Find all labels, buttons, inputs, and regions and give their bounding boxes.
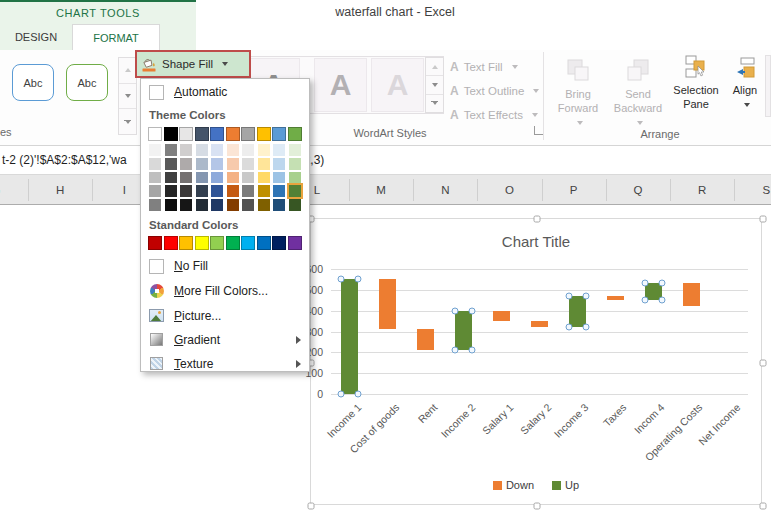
theme-color-swatch[interactable] bbox=[179, 127, 193, 141]
gallery-more-button[interactable] bbox=[119, 109, 136, 134]
column-header[interactable]: M bbox=[376, 175, 386, 205]
waterfall-bar[interactable] bbox=[607, 296, 624, 300]
selection-pane-button[interactable]: Selection Pane bbox=[668, 55, 724, 111]
theme-variant-swatch[interactable] bbox=[164, 143, 178, 157]
theme-variant-swatch[interactable] bbox=[257, 171, 271, 185]
series-selection-handle[interactable] bbox=[565, 324, 572, 331]
standard-color-swatch[interactable] bbox=[210, 236, 224, 250]
theme-variant-swatch[interactable] bbox=[164, 198, 178, 212]
theme-variant-swatch[interactable] bbox=[195, 143, 209, 157]
theme-variant-swatch[interactable] bbox=[210, 171, 224, 185]
theme-variant-swatch[interactable] bbox=[257, 157, 271, 171]
column-header[interactable]: P bbox=[570, 175, 578, 205]
text-effects-button[interactable]: A Text Effects bbox=[450, 106, 538, 124]
series-selection-handle[interactable] bbox=[338, 276, 345, 283]
series-selection-handle[interactable] bbox=[355, 391, 362, 398]
theme-color-swatch[interactable] bbox=[241, 127, 255, 141]
series-selection-handle[interactable] bbox=[469, 307, 476, 314]
theme-variant-swatch[interactable] bbox=[164, 184, 178, 198]
gallery-scroll-down-button[interactable] bbox=[426, 76, 443, 94]
standard-color-swatch[interactable] bbox=[164, 236, 178, 250]
waterfall-bar[interactable] bbox=[455, 311, 472, 351]
theme-color-swatch[interactable] bbox=[148, 127, 162, 141]
menu-item-no-fill[interactable]: No Fill bbox=[141, 254, 309, 279]
shape-style-preset-2[interactable]: Abc bbox=[66, 64, 108, 101]
theme-variant-swatch[interactable] bbox=[195, 171, 209, 185]
chart-title[interactable]: Chart Title bbox=[311, 233, 761, 250]
tab-format[interactable]: FORMAT bbox=[72, 24, 160, 50]
theme-variant-swatch[interactable] bbox=[179, 171, 193, 185]
theme-variant-swatch[interactable] bbox=[164, 171, 178, 185]
theme-variant-swatch[interactable] bbox=[226, 157, 240, 171]
legend-item[interactable]: Up bbox=[552, 479, 579, 491]
column-header[interactable]: I bbox=[123, 175, 126, 205]
menu-item-gradient[interactable]: Gradient bbox=[141, 328, 309, 352]
series-selection-handle[interactable] bbox=[582, 324, 589, 331]
standard-color-swatch[interactable] bbox=[148, 236, 162, 250]
legend-item[interactable]: Down bbox=[493, 479, 534, 491]
series-selection-handle[interactable] bbox=[452, 347, 459, 354]
shape-fill-button[interactable]: Shape Fill bbox=[135, 50, 251, 78]
gallery-scroll-down-button[interactable] bbox=[119, 84, 136, 110]
shape-style-preset-1[interactable]: Abc bbox=[12, 64, 54, 101]
theme-variant-swatch[interactable] bbox=[257, 198, 271, 212]
text-outline-button[interactable]: A Text Outline bbox=[450, 82, 539, 100]
standard-color-swatch[interactable] bbox=[179, 236, 193, 250]
series-selection-handle[interactable] bbox=[658, 279, 665, 286]
theme-variant-swatch[interactable] bbox=[226, 184, 240, 198]
theme-color-swatch[interactable] bbox=[226, 127, 240, 141]
theme-variant-swatch[interactable] bbox=[272, 157, 286, 171]
theme-variant-swatch[interactable] bbox=[241, 171, 255, 185]
series-selection-handle[interactable] bbox=[641, 297, 648, 304]
chart-selection-handle[interactable] bbox=[534, 216, 541, 223]
waterfall-bar[interactable] bbox=[683, 283, 700, 307]
chart-selection-handle[interactable] bbox=[534, 503, 541, 510]
theme-variant-swatch[interactable] bbox=[288, 143, 302, 157]
series-selection-handle[interactable] bbox=[338, 391, 345, 398]
theme-color-swatch[interactable] bbox=[272, 127, 286, 141]
chart-selection-handle[interactable] bbox=[308, 503, 315, 510]
waterfall-bar[interactable] bbox=[493, 311, 510, 321]
theme-color-swatch[interactable] bbox=[195, 127, 209, 141]
series-selection-handle[interactable] bbox=[658, 297, 665, 304]
theme-color-swatch[interactable] bbox=[288, 127, 302, 141]
theme-variant-swatch[interactable] bbox=[288, 157, 302, 171]
theme-variant-swatch[interactable] bbox=[226, 143, 240, 157]
theme-variant-swatch[interactable] bbox=[226, 171, 240, 185]
theme-variant-swatch[interactable] bbox=[272, 143, 286, 157]
column-header[interactable]: N bbox=[441, 175, 449, 205]
theme-variant-swatch[interactable] bbox=[241, 198, 255, 212]
menu-item-texture[interactable]: Texture bbox=[141, 352, 309, 376]
standard-color-swatch[interactable] bbox=[288, 236, 302, 250]
series-selection-handle[interactable] bbox=[355, 276, 362, 283]
column-header[interactable]: Q bbox=[633, 175, 642, 205]
series-selection-handle[interactable] bbox=[452, 307, 459, 314]
theme-variant-swatch[interactable] bbox=[241, 184, 255, 198]
standard-color-swatch[interactable] bbox=[241, 236, 255, 250]
theme-variant-swatch[interactable] bbox=[288, 171, 302, 185]
theme-variant-swatch[interactable] bbox=[272, 198, 286, 212]
theme-variant-swatch[interactable] bbox=[210, 198, 224, 212]
theme-variant-swatch[interactable] bbox=[241, 157, 255, 171]
chart-legend[interactable]: DownUp bbox=[311, 479, 761, 491]
standard-color-swatch[interactable] bbox=[226, 236, 240, 250]
theme-variant-swatch[interactable] bbox=[148, 171, 162, 185]
column-header[interactable]: L bbox=[314, 175, 320, 205]
gallery-more-button[interactable] bbox=[426, 95, 443, 112]
waterfall-bar[interactable] bbox=[417, 329, 434, 350]
series-selection-handle[interactable] bbox=[641, 279, 648, 286]
theme-variant-swatch[interactable] bbox=[148, 143, 162, 157]
selected-color-swatch[interactable] bbox=[288, 184, 302, 198]
theme-variant-swatch[interactable] bbox=[210, 157, 224, 171]
theme-variant-swatch[interactable] bbox=[195, 198, 209, 212]
theme-variant-swatch[interactable] bbox=[241, 143, 255, 157]
align-button[interactable]: Align bbox=[728, 57, 762, 111]
theme-variant-swatch[interactable] bbox=[164, 157, 178, 171]
waterfall-bar[interactable] bbox=[341, 279, 358, 394]
standard-color-swatch[interactable] bbox=[257, 236, 271, 250]
waterfall-bar[interactable] bbox=[569, 296, 586, 327]
theme-variant-swatch[interactable] bbox=[272, 184, 286, 198]
gallery-scroll-up-button[interactable] bbox=[426, 58, 443, 76]
theme-variant-swatch[interactable] bbox=[148, 184, 162, 198]
theme-color-swatch[interactable] bbox=[164, 127, 178, 141]
